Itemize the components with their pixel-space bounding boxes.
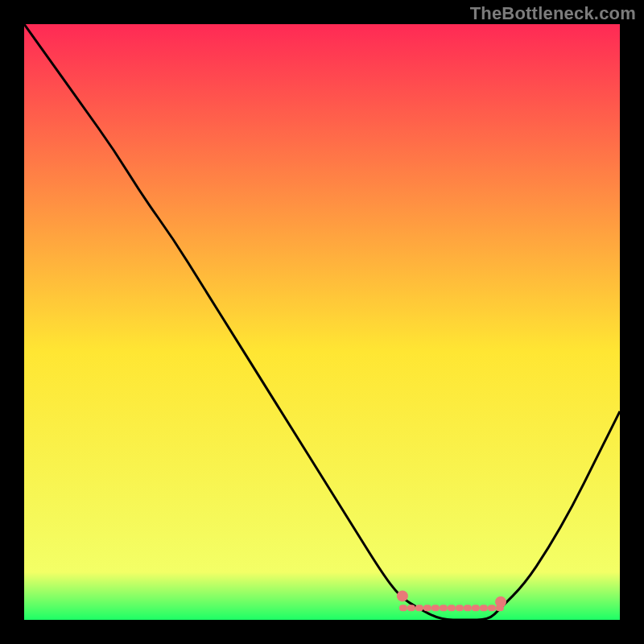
- marker-dot-0: [397, 590, 408, 601]
- marker-dot-1: [495, 597, 506, 608]
- plot-svg: [24, 24, 620, 620]
- plot-area: [24, 24, 620, 620]
- gradient-background: [24, 24, 620, 620]
- chart-frame: TheBottleneck.com: [0, 0, 644, 644]
- watermark-text: TheBottleneck.com: [470, 3, 636, 24]
